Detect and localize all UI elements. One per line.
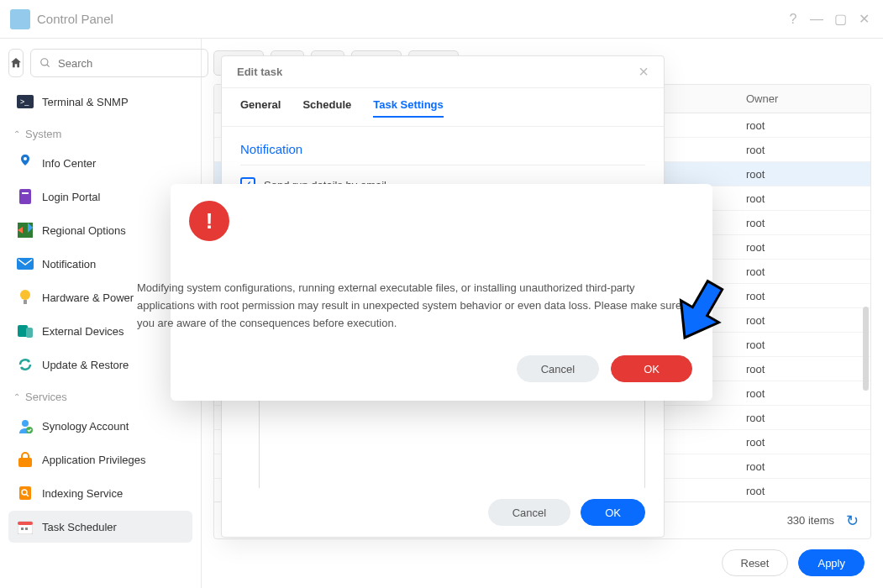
group-services[interactable]: ⌃Services (8, 382, 192, 408)
svg-rect-12 (26, 328, 33, 338)
chevron-down-icon: ⌃ (13, 392, 20, 402)
lock-icon (17, 451, 34, 468)
svg-rect-22 (25, 528, 28, 530)
item-count: 330 items (787, 514, 834, 527)
refresh-icon[interactable]: ↻ (846, 512, 859, 530)
edit-ok-button[interactable]: OK (581, 499, 645, 526)
sidebar-item-synology-account[interactable]: Synology Account (8, 410, 192, 442)
search-icon (39, 57, 51, 69)
svg-rect-21 (21, 528, 24, 530)
svg-rect-16 (19, 486, 31, 500)
edit-cancel-button[interactable]: Cancel (488, 499, 570, 526)
dialog-title: Edit task (237, 66, 639, 78)
svg-point-13 (22, 420, 29, 427)
svg-point-0 (41, 59, 48, 66)
calendar-icon (17, 518, 34, 535)
confirm-ok-button[interactable]: OK (611, 355, 692, 382)
svg-rect-15 (18, 458, 32, 467)
notification-icon (17, 255, 34, 272)
svg-line-1 (47, 65, 50, 67)
svg-point-9 (20, 290, 30, 300)
terminal-icon: >_ (17, 93, 34, 110)
tab-schedule[interactable]: Schedule (302, 98, 351, 118)
sidebar-item-login-portal[interactable]: Login Portal (8, 181, 192, 213)
region-icon (17, 222, 34, 239)
confirm-message: Modifying system configurations, running… (137, 241, 692, 332)
svg-rect-20 (18, 522, 33, 525)
window-titlebar: Control Panel ? — ▢ ✕ (0, 0, 883, 39)
search-input[interactable] (58, 57, 199, 70)
svg-text:>_: >_ (20, 97, 29, 106)
info-icon (17, 155, 34, 171)
sidebar-item-label: Terminal & SNMP (42, 96, 129, 108)
section-notification: Notification (240, 137, 645, 165)
tab-task-settings[interactable]: Task Settings (373, 98, 444, 118)
search-file-icon (17, 485, 34, 501)
tab-general[interactable]: General (240, 98, 281, 118)
home-button[interactable] (8, 49, 24, 77)
sidebar-item-task-scheduler[interactable]: Task Scheduler (8, 511, 192, 543)
sidebar-item-application-privileges[interactable]: Application Privileges (8, 444, 192, 475)
sidebar-item-info-center[interactable]: Info Center (8, 147, 192, 179)
sidebar-item-terminal-snmp[interactable]: >_ Terminal & SNMP (8, 86, 192, 118)
close-button[interactable]: ✕ (854, 10, 873, 29)
group-system[interactable]: ⌃System (8, 119, 192, 145)
svg-point-4 (24, 157, 27, 160)
warning-icon: ! (189, 201, 229, 241)
dialog-tabs: General Schedule Task Settings (222, 88, 664, 127)
svg-rect-10 (24, 300, 27, 304)
dialog-close-icon[interactable]: × (639, 62, 649, 81)
maximize-button[interactable]: ▢ (831, 10, 849, 29)
confirm-cancel-button[interactable]: Cancel (517, 355, 599, 382)
devices-icon (17, 323, 34, 339)
chevron-down-icon: ⌃ (13, 129, 20, 139)
bulb-icon (17, 289, 34, 306)
reset-button[interactable]: Reset (722, 549, 789, 576)
update-icon (17, 356, 34, 373)
sidebar-item-indexing-service[interactable]: Indexing Service (8, 477, 192, 509)
svg-rect-5 (19, 189, 31, 204)
svg-rect-6 (22, 192, 29, 194)
scrollbar-thumb[interactable] (863, 307, 869, 391)
account-icon (17, 417, 34, 434)
portal-icon (17, 188, 34, 205)
minimize-button[interactable]: — (807, 10, 826, 29)
app-icon (10, 9, 30, 29)
help-icon[interactable]: ? (784, 10, 802, 29)
apply-button[interactable]: Apply (798, 549, 865, 576)
search-box[interactable] (30, 49, 208, 77)
sidebar-item-update-restore[interactable]: Update & Restore (8, 349, 192, 381)
window-title: Control Panel (37, 12, 779, 26)
confirm-dialog: ! Modifying system configurations, runni… (171, 184, 712, 401)
col-owner[interactable]: Owner (736, 92, 845, 105)
